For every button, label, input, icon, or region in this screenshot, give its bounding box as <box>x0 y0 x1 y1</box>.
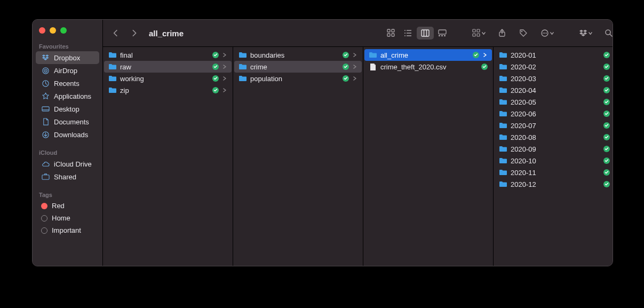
item-label: final <box>120 51 209 59</box>
folder-row[interactable]: 2020-02 <box>495 61 613 73</box>
sync-ok-icon <box>603 134 610 140</box>
folder-row[interactable]: 2020-03 <box>495 73 613 84</box>
sidebar-item-red[interactable]: Red <box>36 200 99 212</box>
column: boundariescrimepopulation <box>233 47 363 266</box>
maximize-button[interactable] <box>60 27 67 34</box>
folder-row[interactable]: population <box>234 73 362 84</box>
item-label: 2020-08 <box>511 133 600 141</box>
desktop-icon <box>41 105 50 113</box>
chevron-right-icon <box>352 64 357 69</box>
icloud-icon <box>41 160 50 168</box>
item-label: 2020-01 <box>511 51 600 59</box>
folder-icon <box>238 74 247 83</box>
folder-row[interactable]: 2020-09 <box>495 143 613 155</box>
folder-row[interactable]: 2020-05 <box>495 96 613 108</box>
forward-button[interactable] <box>130 28 139 38</box>
sync-ok-icon <box>603 75 610 82</box>
item-label: 2020-06 <box>511 110 600 118</box>
folder-row[interactable]: crime <box>234 61 362 73</box>
chevron-right-icon <box>352 52 357 58</box>
window-controls <box>33 24 102 41</box>
folder-icon <box>108 86 117 94</box>
documents-icon <box>41 117 50 126</box>
sync-ok-icon <box>603 110 610 117</box>
search-button[interactable] <box>600 27 613 40</box>
sync-ok-icon <box>603 169 610 176</box>
minimize-button[interactable] <box>50 27 56 34</box>
folder-row[interactable]: 2020-12 <box>495 178 613 190</box>
item-label: raw <box>120 63 209 71</box>
sidebar-item-important[interactable]: Important <box>36 224 99 236</box>
tag-red-icon <box>41 203 47 209</box>
view-icon-button[interactable] <box>383 27 400 40</box>
more-actions-button[interactable] <box>536 27 558 40</box>
finder-window: FavouritesDropboxAirDropRecentsApplicati… <box>32 19 613 266</box>
chevron-right-icon <box>352 76 357 81</box>
sync-ok-icon <box>212 52 219 58</box>
shared-icon <box>41 172 50 181</box>
folder-row[interactable]: 2020-07 <box>495 120 613 131</box>
folder-icon <box>499 74 507 83</box>
chevron-right-icon <box>222 76 227 81</box>
folder-icon <box>499 180 507 188</box>
folder-icon <box>238 62 247 71</box>
sidebar-item-home[interactable]: Home <box>36 212 99 224</box>
sidebar-item-applications[interactable]: Applications <box>36 90 99 102</box>
folder-row[interactable]: final <box>104 49 232 61</box>
folder-row[interactable]: 2020-11 <box>495 167 613 178</box>
folder-row[interactable]: boundaries <box>234 49 362 61</box>
sidebar-item-recents[interactable]: Recents <box>36 77 99 90</box>
sync-ok-icon <box>212 75 219 82</box>
folder-row[interactable]: 2020-04 <box>495 84 613 96</box>
close-button[interactable] <box>39 27 45 34</box>
sidebar-item-desktop[interactable]: Desktop <box>36 102 99 115</box>
folder-row[interactable]: zip <box>104 84 232 96</box>
recents-icon <box>41 79 50 88</box>
folder-icon <box>499 51 507 59</box>
folder-row[interactable]: 2020-08 <box>495 131 613 143</box>
sidebar-item-label: Documents <box>54 118 89 126</box>
chevron-right-icon <box>222 52 227 58</box>
sidebar-item-documents[interactable]: Documents <box>36 115 99 128</box>
group-by-button[interactable] <box>468 27 489 40</box>
sidebar-item-label: Important <box>52 226 81 234</box>
sidebar-section-label: Favourites <box>33 41 102 51</box>
dropbox-button[interactable] <box>575 27 596 40</box>
sidebar-item-shared[interactable]: Shared <box>36 170 99 183</box>
column-view: finalrawworkingzipboundariescrimepopulat… <box>103 46 613 266</box>
sidebar-item-downloads[interactable]: Downloads <box>36 128 99 141</box>
sidebar-item-icloud-drive[interactable]: iCloud Drive <box>36 157 99 170</box>
item-label: working <box>120 75 209 83</box>
sidebar-section-label: Tags <box>33 189 102 200</box>
file-row[interactable]: crime_theft_2020.csv <box>364 61 492 73</box>
column: 2020-012020-022020-032020-042020-052020-… <box>494 47 613 266</box>
sync-ok-icon <box>343 64 349 70</box>
sidebar-item-label: Recents <box>54 80 79 88</box>
share-button[interactable] <box>494 27 511 40</box>
view-list-button[interactable] <box>400 27 417 40</box>
sidebar-item-dropbox[interactable]: Dropbox <box>36 51 99 64</box>
sidebar-item-airdrop[interactable]: AirDrop <box>36 64 99 77</box>
view-column-button[interactable] <box>417 27 434 40</box>
folder-row[interactable]: 2020-01 <box>495 49 613 61</box>
apps-icon <box>41 92 50 100</box>
folder-row[interactable]: 2020-06 <box>495 108 613 120</box>
item-label: zip <box>120 86 209 94</box>
folder-row[interactable]: raw <box>104 61 232 73</box>
dropbox-icon <box>41 53 50 62</box>
folder-icon <box>499 98 507 106</box>
column: finalrawworkingzip <box>103 47 233 266</box>
folder-row[interactable]: all_crime <box>364 49 492 61</box>
tag-button[interactable] <box>515 27 532 40</box>
main-area: all_crime <box>103 20 613 266</box>
back-button[interactable] <box>112 28 121 38</box>
folder-icon <box>499 109 507 118</box>
sidebar-item-label: Dropbox <box>54 54 80 62</box>
item-label: 2020-09 <box>511 145 600 153</box>
window-title: all_crime <box>149 29 184 38</box>
sidebar-item-label: Red <box>52 202 65 210</box>
view-gallery-button[interactable] <box>434 27 451 40</box>
folder-row[interactable]: 2020-10 <box>495 155 613 167</box>
folder-row[interactable]: working <box>104 73 232 84</box>
sync-ok-icon <box>603 52 610 58</box>
